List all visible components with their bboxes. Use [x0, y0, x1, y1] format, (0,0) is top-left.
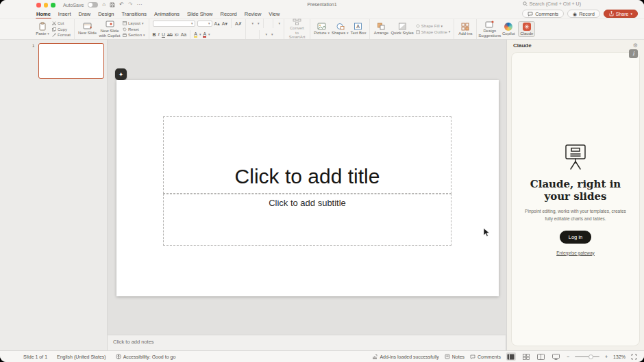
section-button[interactable]: Section▾ [123, 33, 145, 37]
title-placeholder-text: Click to add title [235, 165, 380, 188]
shapes-icon [336, 23, 345, 30]
highlight-color-button[interactable]: A [194, 31, 197, 38]
text-box-icon: A [354, 23, 362, 30]
strikethrough-button[interactable]: ab [167, 32, 173, 37]
ribbon-group-addins: Add-ins [454, 19, 477, 39]
tab-transitions[interactable]: Transitions [121, 11, 146, 17]
clear-formatting-button[interactable]: A✗ [235, 21, 243, 26]
tab-view[interactable]: View [269, 11, 280, 17]
shape-fill-caret-icon: ▾ [441, 25, 443, 28]
share-icon [609, 11, 614, 16]
copy-button[interactable]: Copy [52, 27, 71, 31]
language-indicator[interactable]: English (United States) [57, 354, 106, 359]
comments-status-icon [470, 354, 475, 359]
shapes-button[interactable]: Shapes ▾ [332, 23, 349, 36]
shape-outline-button[interactable]: Shape Outline▾ [416, 30, 451, 34]
tab-home[interactable]: Home [36, 11, 51, 17]
claude-sparkle-button[interactable]: ✦ [115, 68, 127, 80]
cut-icon [52, 21, 56, 25]
comment-icon [528, 12, 533, 16]
ribbon-group-slides: New Slide New Slide with Copilot Layout▾… [75, 19, 149, 39]
layout-caret-icon: ▾ [142, 22, 144, 25]
reading-view-button[interactable] [536, 352, 546, 361]
claude-sidebar: Claude ⚙ i Claude, right in your slides … [506, 40, 644, 350]
comments-toggle[interactable]: Comments [470, 354, 501, 359]
bullets-caret-icon: ▾ [251, 22, 253, 25]
convert-to-smartart-button[interactable]: Convert to SmartArt [288, 18, 306, 40]
login-button[interactable]: Log in [560, 231, 591, 244]
columns-caret-icon: ▾ [265, 33, 267, 36]
slide-count[interactable]: Slide 1 of 1 [23, 354, 47, 359]
picture-button[interactable]: Picture ▾ [314, 23, 330, 36]
text-box-button[interactable]: A Text Box [350, 23, 366, 36]
new-slide-icon [83, 23, 92, 30]
subtitle-placeholder[interactable]: Click to add subtitle [163, 194, 451, 246]
cut-button[interactable]: Cut [52, 21, 71, 25]
quick-styles-button[interactable]: Quick Styles [391, 23, 413, 36]
accessibility-status[interactable]: Accessibility: Good to go [116, 354, 176, 359]
tab-record[interactable]: Record [221, 11, 237, 17]
zoom-level[interactable]: 132% [613, 354, 626, 359]
slide[interactable]: Click to add title Click to add subtitle [116, 80, 499, 296]
format-painter-button[interactable]: Format [52, 33, 71, 37]
zoom-out-button[interactable]: − [567, 354, 569, 359]
new-slide-button[interactable]: New Slide [78, 23, 97, 36]
record-button[interactable]: ◉ Record [567, 10, 600, 18]
font-color-button[interactable]: A [203, 31, 206, 38]
slide-thumbnail[interactable] [38, 43, 104, 79]
quick-styles-icon [398, 23, 407, 30]
font-name-select[interactable]: ▾ [153, 21, 195, 27]
font-size-caret-icon: ▾ [208, 22, 210, 25]
decrease-font-button[interactable]: A▾ [222, 21, 227, 26]
new-slide-with-copilot-button[interactable]: New Slide with Copilot [99, 21, 121, 38]
font-color-caret-icon: ▾ [208, 33, 210, 36]
zoom-in-button[interactable]: + [605, 354, 608, 359]
underline-button[interactable]: U [162, 32, 165, 37]
zoom-slider[interactable] [575, 356, 599, 357]
notes-toggle[interactable]: Notes [445, 354, 465, 359]
zoom-slider-thumb[interactable] [589, 354, 593, 359]
ribbon-group-arrange: Arrange Quick Styles Shape Fill▾ Shape O… [370, 19, 454, 39]
slide-sorter-view-button[interactable] [521, 352, 531, 361]
font-size-select[interactable]: ▾ [197, 21, 212, 27]
sidebar-gear-icon[interactable]: ⚙ [633, 43, 638, 49]
layout-button[interactable]: Layout▾ [123, 21, 145, 25]
italic-button[interactable]: I [158, 32, 160, 37]
reset-button[interactable]: Reset [123, 27, 145, 31]
fit-to-window-icon[interactable] [631, 354, 637, 360]
shape-fill-button[interactable]: Shape Fill▾ [416, 24, 451, 28]
search-field[interactable]: Search (Cmd + Ctrl + U) [523, 1, 581, 6]
title-placeholder[interactable]: Click to add title [163, 116, 451, 194]
bold-button[interactable]: B [153, 32, 156, 37]
normal-view-button[interactable] [506, 352, 516, 361]
slideshow-view-button[interactable] [552, 352, 561, 361]
add-ins-button[interactable]: Add-ins [458, 23, 473, 36]
claude-button[interactable]: Claude [518, 21, 535, 38]
increase-font-button[interactable]: A▴ [214, 21, 220, 26]
tab-animations[interactable]: Animations [154, 11, 179, 17]
format-painter-icon [52, 33, 56, 37]
arrange-button[interactable]: Arrange [373, 23, 388, 36]
ribbon-group-clipboard: Paste ▾ Cut Copy Format [32, 19, 75, 39]
tab-slide-show[interactable]: Slide Show [187, 11, 213, 17]
notes-pane[interactable]: Click to add notes [108, 335, 506, 350]
share-button[interactable]: Share ▾ [604, 10, 638, 18]
reading-view-icon [537, 354, 545, 360]
ribbon: Paste ▾ Cut Copy Format New Slide New Sl… [0, 18, 644, 40]
design-suggestions-button[interactable]: Design Suggestions [480, 21, 499, 38]
enterprise-gateway-link[interactable]: Enterprise gateway [556, 250, 595, 255]
tab-draw[interactable]: Draw [79, 11, 91, 17]
comments-button[interactable]: Comments [522, 10, 564, 18]
arrange-icon [377, 23, 386, 30]
info-badge[interactable]: i [629, 49, 638, 58]
superscript-button[interactable]: x² [175, 32, 179, 37]
tab-insert[interactable]: Insert [58, 11, 71, 17]
svg-text:A: A [357, 24, 360, 29]
change-case-button[interactable]: Aa [181, 32, 187, 37]
copilot-button[interactable]: Copilot [501, 23, 516, 36]
search-icon [523, 1, 528, 6]
tab-review[interactable]: Review [245, 11, 262, 17]
paste-button[interactable]: Paste ▾ [35, 22, 50, 36]
sidebar-title: Claude [513, 42, 532, 49]
tab-design[interactable]: Design [98, 11, 114, 17]
